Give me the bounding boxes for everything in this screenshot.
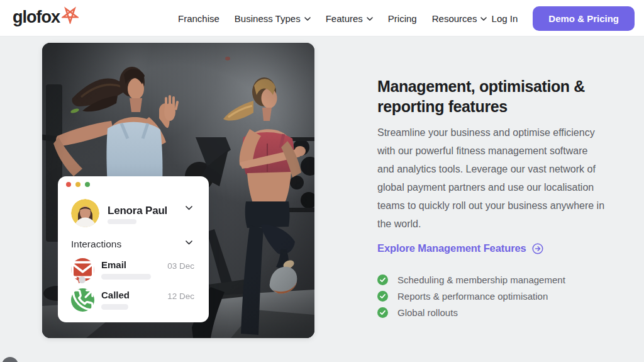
- paragraph-line: and analytics tools. Leverage our vast n…: [377, 160, 611, 178]
- paragraph-line: with our powerful fitness management sof…: [377, 142, 611, 160]
- main-nav: Franchise Business Types Features Pricin…: [178, 0, 487, 37]
- chevron-down-icon: [186, 206, 192, 210]
- contact-name: Lenora Paul: [108, 205, 167, 217]
- checklist-item: Global rollouts: [377, 304, 611, 320]
- interactions-section-label: Interactions: [71, 239, 121, 250]
- window-minimize-dot: [75, 182, 80, 187]
- check-circle-icon: [377, 307, 388, 318]
- login-link[interactable]: Log In: [492, 13, 518, 24]
- check-circle-icon: [377, 274, 388, 285]
- nav-label: Pricing: [388, 13, 417, 24]
- placeholder-bar: [108, 219, 136, 224]
- nav-label: Business Types: [235, 13, 301, 24]
- paragraph-line: teams to quickly roll out your business …: [377, 196, 611, 215]
- crm-contact-card: Lenora Paul Interactions Email 03 Dec: [58, 176, 209, 322]
- timeline-dot: [79, 276, 86, 283]
- feature-checklist: Scheduling & membership management Repor…: [377, 271, 611, 320]
- demo-pricing-button[interactable]: Demo & Pricing: [533, 6, 635, 31]
- chevron-down-icon: [367, 17, 373, 21]
- interaction-date: 12 Dec: [167, 291, 194, 301]
- fox-star-icon: [62, 6, 79, 26]
- checklist-label: Reports & performance optimisation: [397, 291, 548, 302]
- paragraph-line: Streamline your business and optimise ef…: [377, 123, 611, 142]
- page: glofox Franchise Business Types Features: [0, 0, 644, 362]
- chevron-down-icon: [186, 240, 192, 245]
- nav-label: Features: [326, 13, 363, 24]
- window-zoom-dot: [85, 182, 90, 187]
- nav-label: Franchise: [178, 13, 219, 24]
- interaction-type: Called: [101, 290, 130, 300]
- contact-avatar: [71, 199, 99, 227]
- heading-line: Management, optimisation &: [377, 77, 585, 95]
- checklist-label: Scheduling & membership management: [397, 274, 565, 285]
- heading-line: reporting features: [377, 98, 508, 115]
- placeholder-bar: [101, 304, 128, 310]
- interaction-type: Email: [101, 259, 126, 270]
- header-actions: Log In Demo & Pricing: [492, 0, 635, 37]
- nav-item-resources[interactable]: Resources: [432, 13, 487, 24]
- gym-photo: Lenora Paul Interactions Email 03 Dec: [42, 43, 314, 338]
- section-heading: Management, optimisation & reporting fea…: [377, 76, 611, 116]
- chat-widget-peek[interactable]: [2, 357, 18, 362]
- checklist-item: Reports & performance optimisation: [377, 288, 611, 304]
- checklist-item: Scheduling & membership management: [377, 271, 611, 288]
- traffic-light-dots: [66, 182, 90, 187]
- glofox-logo[interactable]: glofox: [13, 8, 79, 27]
- features-text-column: Management, optimisation & reporting fea…: [377, 76, 611, 320]
- chevron-down-icon: [304, 17, 311, 21]
- arrow-right-circle-icon: [532, 243, 543, 254]
- checklist-label: Global rollouts: [397, 307, 458, 318]
- placeholder-bar: [101, 274, 151, 280]
- explore-management-features-link[interactable]: Explore Management Features: [377, 242, 611, 254]
- logo-text: glofox: [13, 8, 60, 27]
- nav-label: Resources: [432, 13, 477, 24]
- phone-outgoing-icon: [71, 288, 94, 312]
- nav-item-pricing[interactable]: Pricing: [388, 13, 417, 24]
- interaction-date: 03 Dec: [167, 261, 194, 271]
- window-close-dot: [66, 182, 71, 187]
- check-circle-icon: [377, 291, 388, 302]
- nav-item-franchise[interactable]: Franchise: [178, 13, 219, 24]
- link-label: Explore Management Features: [377, 242, 526, 254]
- top-navigation-bar: glofox Franchise Business Types Features: [0, 0, 644, 37]
- section-paragraph: Streamline your business and optimise ef…: [377, 123, 611, 233]
- nav-item-business-types[interactable]: Business Types: [235, 13, 311, 24]
- paragraph-line: global payment partners and use our loca…: [377, 178, 611, 196]
- chevron-down-icon: [480, 17, 487, 21]
- nav-item-features[interactable]: Features: [326, 13, 373, 24]
- paragraph-line: the world.: [377, 215, 611, 233]
